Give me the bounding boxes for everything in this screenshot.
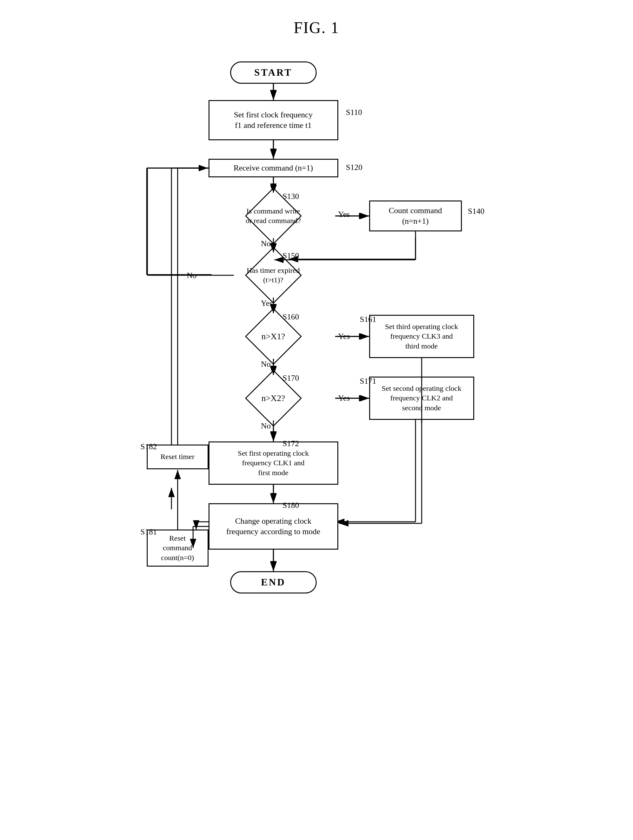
s171-label: Set second operating clock frequency CLK…: [382, 384, 461, 413]
s150-tag: S150: [283, 251, 299, 261]
s110-tag: S110: [346, 108, 362, 117]
s161-box: Set third operating clock frequency CLK3…: [369, 315, 474, 358]
s182-label: Reset timer: [161, 452, 195, 461]
s171-box: Set second operating clock frequency CLK…: [369, 377, 474, 420]
s160-yes-label: Yes: [338, 332, 350, 341]
s161-label: Set third operating clock frequency CLK3…: [385, 322, 458, 351]
s181-label: Reset command count(n=0): [161, 534, 194, 562]
start-label: START: [254, 66, 292, 79]
s172-box: Set first operating clock frequency CLK1…: [208, 442, 338, 485]
s120-label: Receive command (n=1): [234, 163, 313, 173]
diagram-container: START Set first clock frequency f1 and r…: [100, 49, 533, 837]
s180-tag: S180: [283, 501, 299, 510]
s130-no-label: No: [261, 239, 271, 248]
page-title: FIG. 1: [0, 0, 633, 49]
s120-box: Receive command (n=1): [208, 159, 338, 177]
s130-label: Is command write or read command?: [233, 194, 314, 238]
s172-label: Set first operating clock frequency CLK1…: [238, 448, 309, 478]
s160-tag: S160: [283, 312, 299, 322]
s110-box: Set first clock frequency f1 and referen…: [208, 100, 338, 140]
s120-tag: S120: [346, 163, 362, 172]
s170-label: n>X2?: [233, 376, 314, 420]
s180-box: Change operating clock frequency accordi…: [208, 503, 338, 549]
s170-no-label: No: [261, 422, 271, 431]
s150-no-label: No: [187, 271, 197, 280]
s160-label: n>X1?: [233, 314, 314, 359]
s140-tag: S140: [468, 207, 485, 216]
s170-yes-label: Yes: [338, 393, 350, 403]
end-label: END: [261, 576, 286, 589]
s140-label: Count command (n=n+1): [388, 205, 442, 226]
s171-tag: S171: [360, 377, 376, 386]
s160-no-label: No: [261, 360, 271, 369]
s130-tag: S130: [283, 192, 299, 201]
s140-box: Count command (n=n+1): [369, 201, 462, 231]
s161-tag: S161: [360, 315, 376, 324]
s180-label: Change operating clock frequency accordi…: [226, 516, 320, 537]
end-node: END: [230, 571, 317, 594]
s150-label: Has timer expired (t>t1)?: [233, 253, 314, 297]
s182-tag: S182: [140, 442, 157, 452]
s170-tag: S170: [283, 374, 299, 383]
s181-tag: S181: [140, 527, 157, 537]
s110-label: Set first clock frequency f1 and referen…: [234, 110, 313, 131]
s150-yes-label: Yes: [261, 299, 273, 308]
s130-yes-label: Yes: [338, 210, 350, 219]
s172-tag: S172: [283, 439, 299, 448]
start-node: START: [230, 62, 317, 84]
